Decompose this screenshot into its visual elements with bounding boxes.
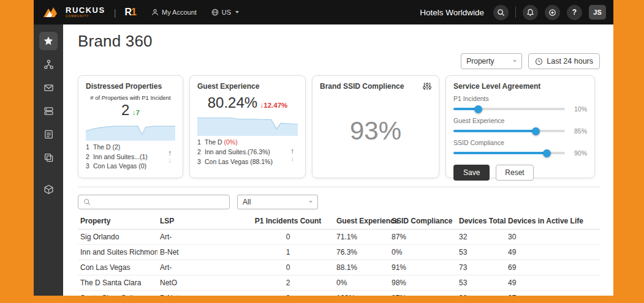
cell-devices-active: 49 (506, 275, 600, 291)
slider-p1-incidents: P1 Incidents 10% (453, 95, 587, 113)
page-up-button[interactable]: ↑ (290, 148, 294, 155)
cell-devices-total: 73 (456, 260, 506, 275)
list-item: 2Inn and Suites.(76.3%) (197, 148, 287, 157)
cell-property: Sig Orlando (78, 230, 157, 245)
slider-value: 10% (570, 105, 587, 113)
slider-track[interactable] (453, 130, 565, 132)
category-select[interactable]: All (237, 195, 318, 209)
page-down-button[interactable]: ↓ (168, 157, 172, 164)
col-devices-total[interactable]: Devices Total (456, 213, 506, 230)
star-icon (43, 36, 54, 47)
card-subtitle: # of Properties with P1 Incident (86, 94, 175, 101)
mail-icon (44, 83, 54, 93)
top-properties-list: 1The D (2) 2Inn and Suites...(1) 3Con La… (86, 143, 164, 171)
kpi-delta: ↓7 (132, 109, 140, 116)
col-property[interactable]: Property (78, 213, 157, 230)
card-ssid-compliance: Brand SSID Complience 93% (312, 75, 439, 178)
cell-p1-count[interactable]: 0 (242, 291, 334, 296)
table-row[interactable]: The D Santa Clara NetO 2 0% 98% 53 49 (78, 275, 600, 291)
cell-ssid[interactable]: 0% (389, 245, 456, 260)
list-item: 2Inn and Suites...(1) (86, 152, 164, 162)
cell-ssid[interactable]: 87% (389, 291, 456, 296)
status-button[interactable] (545, 5, 560, 20)
cell-ssid[interactable]: 91% (389, 260, 456, 275)
section-divider (78, 187, 600, 187)
search-icon (497, 9, 505, 17)
org-name: Hotels Worldwide (420, 8, 484, 17)
cell-p1-count[interactable]: 2 (242, 275, 334, 291)
col-p1-incidents[interactable]: P1 Incidents Count (242, 213, 334, 230)
col-guest-experience[interactable]: Guest Experience (334, 213, 389, 230)
page-down-button[interactable]: ↓ (290, 155, 294, 162)
time-range-label: Last 24 hours (547, 57, 593, 65)
user-avatar[interactable]: JS (589, 5, 606, 20)
list-pager: ↑ ↓ (287, 138, 298, 171)
region-selector[interactable]: US (211, 9, 239, 16)
table-filters: All (78, 195, 600, 209)
cell-guest[interactable]: 76.3% (334, 245, 389, 260)
slider-guest-experience: Guest Experience 85% (453, 117, 587, 135)
r1-logo[interactable]: R1 (125, 7, 137, 18)
card-distressed-properties: Distressed Properties # of Properties wi… (78, 75, 183, 178)
kpi-value: 2 (121, 102, 129, 118)
cube-icon (44, 184, 54, 195)
cell-p1-count[interactable]: 1 (242, 245, 334, 260)
scope-select[interactable]: Property (461, 53, 522, 69)
slider-thumb[interactable] (474, 105, 482, 113)
card-service-level-agreement: Service Level Agreement P1 Incidents 10%… (445, 75, 595, 178)
cell-devices-total: 53 (456, 245, 506, 260)
time-range-button[interactable]: Last 24 hours (528, 53, 600, 69)
notifications-button[interactable] (523, 5, 538, 20)
chevron-down-icon (235, 11, 239, 13)
sidebar (34, 24, 63, 296)
sidebar-item-reports[interactable] (39, 125, 58, 143)
cell-p1-count[interactable]: 0 (242, 230, 334, 245)
ruckus-logo-icon[interactable] (42, 6, 58, 18)
reset-button[interactable]: Reset (496, 165, 533, 181)
cell-lsp: NetO (157, 275, 242, 291)
kpi-delta: ↓12.47% (260, 102, 288, 109)
server-icon (44, 106, 54, 116)
table-row[interactable]: Con Las Vegas Art- 0 88.1% 91% 73 69 (78, 260, 600, 275)
table-row[interactable]: Sig Orlando Art- 0 71.1% 87% 32 30 (78, 230, 600, 245)
app-window: RUCKUS COMMUNITY | R1 My Account US Hote… (34, 0, 613, 296)
cell-guest[interactable]: 100% (334, 291, 389, 296)
cell-guest[interactable]: 88.1% (334, 260, 389, 275)
cell-ssid[interactable]: 98% (389, 275, 456, 291)
slider-track[interactable] (453, 108, 565, 110)
slider-value: 85% (570, 127, 587, 135)
slider-thumb[interactable] (543, 149, 551, 157)
sliders-icon[interactable] (423, 82, 431, 91)
col-devices-active[interactable]: Devices in Active Life (506, 213, 600, 230)
cell-p1-count[interactable]: 0 (242, 260, 334, 275)
my-account-menu[interactable]: My Account (151, 9, 197, 16)
col-lsp[interactable]: LSP (157, 213, 242, 230)
list-item: 1The D (0%) (197, 138, 287, 148)
sidebar-item-messages[interactable] (39, 78, 58, 97)
col-ssid-compliance[interactable]: SSID Compliance (389, 213, 456, 230)
save-button[interactable]: Save (453, 165, 490, 181)
table-row[interactable]: Inn and Suites Richmond B-Net 1 76.3% 0%… (78, 245, 600, 260)
search-button[interactable] (493, 5, 509, 20)
sidebar-item-marketplace[interactable] (39, 180, 58, 198)
cell-ssid[interactable]: 87% (389, 230, 456, 245)
slider-track[interactable] (453, 152, 565, 154)
cell-guest[interactable]: 0% (334, 275, 389, 291)
sidebar-item-favorites[interactable] (39, 32, 58, 50)
kpi-value-row: 2 ↓7 (86, 102, 175, 119)
sidebar-item-inventory[interactable] (39, 102, 58, 120)
cell-guest[interactable]: 71.1% (334, 230, 389, 245)
search-field[interactable] (78, 195, 230, 209)
sidebar-item-ai[interactable] (39, 55, 58, 73)
user-icon (151, 9, 159, 16)
search-input[interactable] (94, 197, 224, 207)
help-button[interactable]: ? (567, 5, 582, 20)
slider-thumb[interactable] (532, 127, 540, 135)
table-row[interactable]: Santa Clara Suites B-Net 0 100% 87% 38 3… (78, 291, 600, 296)
chevron-down-icon (513, 60, 517, 62)
brand-subtitle: COMMUNITY (66, 15, 105, 18)
kpi-cards: Distressed Properties # of Properties wi… (78, 75, 600, 178)
cell-lsp: B-Net (157, 245, 242, 260)
trend-sparkline (86, 120, 175, 141)
sidebar-item-templates[interactable] (39, 148, 58, 166)
